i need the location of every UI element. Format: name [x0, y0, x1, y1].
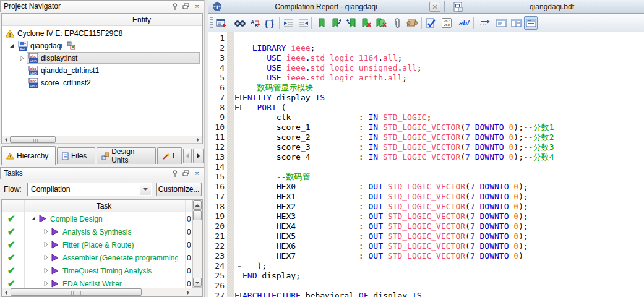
code-line[interactable]: HEX4 : OUT STD_LOGIC_VECTOR(7 DOWNTO 0); [243, 222, 644, 231]
mdi-close-icon[interactable]: ✕ [429, 2, 440, 12]
task-table-header[interactable]: Task [2, 200, 202, 212]
code-line[interactable]: --数码管 [243, 172, 644, 182]
tab-hierarchy[interactable]: ! Hierarchy [1, 146, 56, 165]
tree-item-display-inst[interactable]: abcVHD display:inst [2, 52, 202, 64]
scroll-right-icon[interactable] [197, 137, 199, 142]
scrollbar-thumb[interactable] [11, 288, 142, 296]
code-line[interactable]: score_3 : IN STD_LOGIC_VECTOR(7 DOWNTO 0… [243, 142, 644, 152]
toolbar-grip[interactable] [210, 17, 213, 29]
pane-layout-split-icon[interactable] [509, 16, 523, 30]
goto-location-icon[interactable] [478, 16, 492, 30]
tab-files[interactable]: Files [57, 147, 95, 164]
fold-minus-icon[interactable] [235, 293, 241, 297]
expand-arrow-icon[interactable] [19, 55, 25, 61]
run-task-icon[interactable] [39, 215, 46, 223]
indent-icon[interactable] [281, 16, 295, 30]
comment-icon[interactable]: ab/ [457, 16, 471, 30]
flow-select[interactable]: Compilation [27, 183, 152, 196]
scroll-down-icon[interactable] [193, 278, 202, 287]
task-row[interactable]: ✔TimeQuest Timing Analysis0 [2, 264, 191, 277]
analyze-current-file-icon[interactable] [424, 16, 437, 30]
bookmark-toggle-icon[interactable] [315, 16, 328, 30]
tab-ip-components[interactable]: I [157, 147, 182, 164]
scroll-right-icon[interactable] [187, 290, 189, 295]
tree-item-qiandda-ctrl[interactable]: abcVHD qiandda_ctrl:inst1 [2, 64, 202, 77]
task-row[interactable]: ✔Fitter (Place & Route)0 [2, 238, 191, 251]
code-line[interactable]: clk : IN STD_LOGIC; [243, 113, 644, 123]
code-line[interactable]: score_1 : IN STD_LOGIC_VECTOR(7 DOWNTO 0… [243, 123, 644, 132]
tab-design-units[interactable]: Design Units [97, 147, 156, 164]
code-line[interactable]: --数码管显示模块 [243, 83, 644, 93]
mdi-tab-bdf[interactable]: qiangdaqi.bdf [468, 2, 635, 11]
code-line[interactable]: HEX3 : OUT STD_LOGIC_VECTOR(7 DOWNTO 0); [243, 212, 644, 222]
attachment-icon[interactable] [390, 16, 404, 30]
run-task-icon[interactable] [51, 241, 59, 249]
bookmark-next-icon[interactable] [330, 16, 343, 30]
float-window-icon[interactable] [181, 169, 191, 178]
tasks-vertical-scrollbar[interactable] [192, 200, 202, 288]
replace-icon[interactable]: AB [248, 16, 262, 30]
code-line[interactable] [243, 281, 644, 291]
entity-column-header[interactable]: Entity [2, 14, 202, 26]
tabs-scroll-left-button[interactable] [183, 148, 192, 163]
pane-layout-full-icon[interactable] [524, 16, 538, 30]
pin-icon[interactable] [170, 2, 179, 11]
scrollbar-thumb[interactable] [10, 136, 56, 143]
scrollbar-thumb[interactable] [193, 210, 202, 220]
fold-minus-icon[interactable] [235, 95, 241, 100]
match-brace-icon[interactable]: {} [263, 16, 277, 30]
code-line[interactable]: END display; [243, 271, 644, 281]
code-line[interactable]: LIBRARY ieee; [243, 43, 644, 53]
task-row[interactable]: ✔Assembler (Generate programming files)0 [2, 251, 191, 264]
code-line[interactable]: score_4 : IN STD_LOGIC_VECTOR(7 DOWNTO 0… [243, 152, 644, 162]
line-number-icon[interactable]: 267268 [439, 16, 455, 30]
tabs-scroll-right-button[interactable] [193, 148, 204, 163]
scroll-left-icon[interactable] [5, 290, 7, 295]
code-line[interactable]: HEX5 : OUT STD_LOGIC_VECTOR(7 DOWNTO 0); [243, 231, 644, 241]
bookmark-previous-icon[interactable] [345, 16, 358, 30]
tree-horizontal-scrollbar[interactable] [2, 136, 202, 144]
expand-arrow-icon[interactable] [43, 280, 49, 286]
code-line[interactable]: USE ieee.std_logic_unsigned.all; [243, 63, 644, 73]
code-editor[interactable]: 1234567891011121314151617181920212223242… [208, 32, 644, 297]
bookmark-clear-icon[interactable] [359, 16, 373, 30]
code-line[interactable]: ARCHITECTURE behavioral OF display IS [243, 291, 644, 297]
panel-splitter[interactable] [204, 0, 208, 297]
template-scroll-icon[interactable] [405, 16, 419, 30]
code-line[interactable]: ); [243, 261, 644, 271]
collapse-arrow-icon[interactable] [9, 43, 15, 49]
find-icon[interactable] [233, 16, 247, 30]
run-task-icon[interactable] [51, 267, 59, 275]
float-window-icon[interactable] [181, 2, 191, 11]
code-line[interactable]: HEX0 : OUT STD_LOGIC_VECTOR(7 DOWNTO 0); [243, 182, 644, 192]
collapse-arrow-icon[interactable] [30, 215, 36, 222]
code-line[interactable]: USE ieee.std_logic_arith.all; [243, 73, 644, 83]
code-line[interactable]: USE ieee.std_logic_1164.all; [243, 53, 644, 63]
code-line[interactable]: ENTITY display IS [243, 93, 644, 103]
expand-arrow-icon[interactable] [43, 254, 49, 260]
close-icon[interactable]: × [192, 2, 202, 11]
code-line[interactable] [243, 33, 644, 43]
scroll-up-icon[interactable] [193, 200, 202, 210]
task-row[interactable]: ✔Analysis & Synthesis0 [2, 225, 191, 238]
close-icon[interactable]: × [192, 169, 202, 178]
run-task-icon[interactable] [51, 280, 59, 288]
fold-minus-icon[interactable] [235, 105, 241, 110]
expand-arrow-icon[interactable] [43, 228, 49, 235]
run-task-icon[interactable] [51, 254, 59, 262]
tasks-horizontal-scrollbar[interactable] [2, 288, 192, 296]
code-line[interactable]: HEX7 : OUT STD_LOGIC_VECTOR(7 DOWNTO 0) [243, 251, 644, 261]
bookmark-clear-all-icon[interactable] [374, 16, 388, 30]
code-line[interactable]: HEX2 : OUT STD_LOGIC_VECTOR(7 DOWNTO 0); [243, 202, 644, 212]
unindent-icon[interactable] [296, 16, 310, 30]
tree-item-score-crtl[interactable]: abcVHD score_crtl:inst2 [2, 77, 202, 89]
code-line[interactable]: PORT ( [243, 103, 644, 113]
chevron-down-icon[interactable] [140, 184, 151, 195]
task-row[interactable]: ✔Compile Design0 [2, 212, 191, 225]
expand-arrow-icon[interactable] [43, 241, 49, 248]
pin-icon[interactable] [170, 169, 179, 178]
tree-item-device[interactable]: ! Cyclone IV E: EP4CE115F29C8 [2, 27, 202, 40]
mdi-tab-report[interactable]: Compilation Report - qiangdaqi [227, 2, 425, 11]
run-task-icon[interactable] [51, 228, 59, 236]
code-line[interactable]: score_2 : IN STD_LOGIC_VECTOR(7 DOWNTO 0… [243, 132, 644, 142]
